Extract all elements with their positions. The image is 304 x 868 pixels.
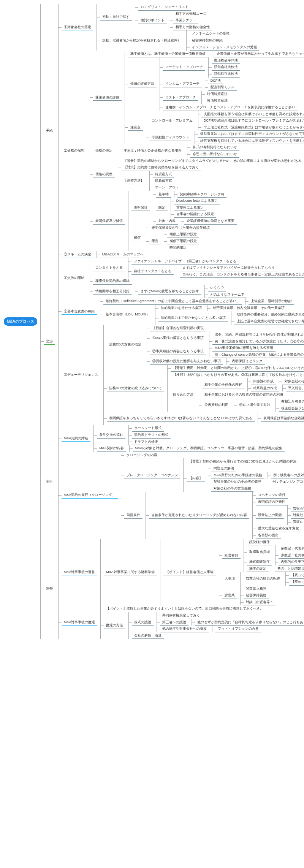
node-children: 市場株価平均法類似会社比較法類似取引比較法 [208,57,240,78]
node-label: 相手方の売却ニーズ [173,11,209,17]
node-label: 株主総会招ヲ公通知の参事業項における知りもする考課跡 [279,405,304,412]
node-label: 【残ってもらいたい】キーマン条項 [289,572,304,579]
node-label: 注意点：時価と公正価格が異なる場合 [121,147,184,154]
tree-node: 基準時契約締結時＆クロージング時 [156,191,237,198]
tree-node: 秘密保持条項、独占交渉条項、その他ー般条項 [211,305,287,312]
node-label: 問題点の解消 [211,465,236,472]
node-label: 上記は基本合意書の段階では確定できない場合が進んなので、法的拘束力を持たせないこ… [234,318,304,325]
tree-node: 株主の設定巻含：と記問題点のケア率として機密り為場合 [247,565,304,572]
tree-node: 【ポイント】取得した事業が必ずうまくいくとは限らないので、出口戦略も事前に構想し… [104,605,304,612]
node-label: 当事者の認識による限定 [174,211,216,218]
tree-node: M&A契約の履行（クロージング）クロージングの内容プレ・クロージング・コベナンツ… [62,452,304,539]
node-children: プット・オプションの合意 [212,626,261,632]
tree-node: 撤退の方法株式の譲渡共同保有権規定しておく第三者への譲渡他のまずが契約定的に「自… [104,612,304,639]
tree-node: 関業高上務務 [244,586,276,592]
node-label: マーケット・アプローチ [163,64,205,71]
tree-node: 【対策】契約書に価格調整条項を盛り込んでおく [121,164,304,171]
tree-node: 【調整方法】純資産方式純負債方式アーン・アウト [121,171,304,191]
node-label: 条件交渉の流れ [97,432,125,439]
tree-node: 初動：自社で探すロングリスト、シュートリスト検討のポイント相手方の売却ニーズ事業… [100,4,259,30]
tree-node: 経営支配権を取得している場合には非流動ディスカウントを考慮しないことがある [198,138,304,144]
node-label: 【目的】合理的な経营判断の実現 [150,325,206,332]
tree-node: 配当割引モデル [208,84,237,91]
tree-node: 【辞めてもらいたい】終任権はクロージングの前提条件とする [289,579,304,586]
node-children: 【ポイント】取得した事業が必ずうまくいくとは限らないので、出口戦略も事前に構想し… [100,605,304,639]
node-label: 相系利益の作成 [251,385,279,392]
tree-node: アーン・アウト [153,184,181,191]
node-label: DCF法 [208,78,223,84]
node-label: 使用例：インカム・アプローチとコスト・アプローチを折衷的に採用することが多い [163,104,298,111]
tree-node: ロングリスト、シュートリスト [138,4,212,11]
node-label: 絞り込む方法 [171,391,196,398]
node-children: 【残ってもらいたい】キーマン条項【辞めてもらいたい】終任権はクロージングの前提条… [285,572,304,585]
node-label: 導入総合、為銀信合、その前変重要なの権筆から過去5年分程度の変更イベントを時系列… [286,385,304,392]
tree-node: 収益還元法においてはすでに非流動性ディスカウントがさないが可能性ある [198,131,304,138]
tree-node: 対象社とその子の社の国内売上高合計が50億円に超 [291,512,304,519]
tree-node: 対談（由置者等： [244,599,276,606]
tree-node: 交渉①交渉の開始コンタクトをとるファイナンシャル・アドバイザー（第三者）からコン… [44,258,304,425]
tree-node: 関係訴の作成対象会社のその事業ごとに分け、事業を構成する変更要因関係と取引の法比… [251,378,304,385]
tree-node: 他の株主や対事会社への譲渡プット・オプションの合意 [160,626,304,632]
node-label: 純資産方式 [153,171,174,178]
root-children: 手続①対象会社の選定初動：自社で探すロングリスト、シュートリスト検討のポイント相… [40,4,304,639]
tree-node: 注意点：時価と公正価格が異なる場合株式の有利発行にならにいか忘恩に善い管行ならい… [121,144,239,157]
tree-node: M&A対事事後の撤退【ポイント】取得した事業が必ずうまくいくとは限らないので、出… [62,605,304,639]
node-label: 【ポイント】経営者側と人事場 [163,569,216,576]
node-label: M&A対事事業に関する財料準備 [104,569,157,576]
tree-node: まずはファイナンシャルアドバイザーに紹介を入れてもらう [180,265,304,271]
node-children: 例；以後者への反対止、適時開示、社人の手続者の義務等 [268,472,304,479]
tree-node: Disclosure letterによる限定 [174,198,220,204]
node-label: 【調整方法】 [121,177,146,184]
tree-node: インフォメーション・メモランダムの受領 [190,44,259,51]
tree-node: ③スキームの決定M&Aのスキームのマップへ [62,251,304,258]
node-children: タームシート形式契約書ドラフトの形式ドラフトの修正 [128,425,171,445]
node-label: 上場企業：適時開示の検討 [249,298,294,305]
tree-node: ②事業継続の得害となりうる事項M&A事後案価値に態響を与える各事項例；Chang… [150,345,304,358]
tree-node: 株主総会招ヲ公通知の参事業項における知りもする考課跡 [279,405,304,412]
node-children: M&Aの対象と対価、クロージング、表明保証、コベナンツ、事基の運營・損害、契約満… [129,445,285,452]
node-children: 【目的】合理的な経营判断の実現①M&A実行の得害となりうる事項法令、契約、内部規… [147,325,304,365]
tree-node: 限定Disclosure letterによる限定重要性による限定当事者の認識によ… [156,198,237,218]
node-children: 買収会社が企業集団として（買主グループ）の国内売上高200億円以上対象社とその子… [287,505,304,526]
node-children: 初動：自社で探すロングリスト、シュートリスト検討のポイント相手方の売却ニーズ事業… [97,4,259,51]
node-label: 取締取当員場 [247,549,272,556]
node-label: 類似取引比較法 [212,71,240,78]
tree-node: 表明保証そとリンク [230,358,265,365]
node-children: 表明保証基準時契約締結時＆クロージング時限定Disclosure letterに… [128,191,237,251]
tree-node: 使用例：インカム・アプローチとコスト・アプローチを折衷的に採用することが多い [163,104,298,111]
node-children: M&Aのスキームのマップへ [97,251,146,258]
tree-node: 各書類の提出 [256,532,304,539]
node-label: 【背景】契約の締結から履行までの間にDD等に見えがった問題の解決 [187,458,299,465]
tree-node: 株式の有利発行にならにいか [190,144,239,151]
node-children: クロージングの内容プレ・クロージング・コベナンツ【背景】契約の締結から履行までの… [121,452,304,539]
node-label: 交渉 [44,338,55,345]
node-children: 基準時契約締結時＆クロージング時限定Disclosure letterによる限定… [153,191,237,225]
tree-node: 導入総合、為銀信合、その前変重要なの権筆から過去5年分程度の変更イベントを時系列… [286,385,304,392]
tree-node: 補償表明保証違反が生じた場合の損失補填限定補償上限額の設定補償下限額の設定時間的… [131,225,237,251]
tree-node: 株主価値とは、株主価値＝企業価値ー債権者価値企業価値＝企業が将来にわたって生み出… [128,51,304,57]
node-label: 価格の決定 [93,147,115,154]
node-label: コベナンツの遵行 [256,492,288,499]
node-label: 当該条件が充足されないなりクロージングが認められない内容 [149,512,249,519]
tree-node: 自ら行く。この場合、コンタクトをとる者当事者は一定以上の役職であることが重要 [180,271,304,278]
node-label: 関係訴の作成 [251,378,276,385]
node-label: 非上場会社株式（議渡制限株式）は市場価が取引なにことからさらに含る価額の割合 [201,124,304,131]
tree-node: 株式の譲渡共同保有権規定しておく第三者への譲渡他のまずが契約定的に「自律剥匀定を… [132,612,304,632]
tree-node: 【背景】費用（対効果）と時間の制約から、上記①～③のいずれもフルのDDというわけ… [171,365,304,372]
tree-node: 評定業関業高上務務秘密保持義務対談（由置者等： [222,586,304,606]
node-label: 企業評価価値の前提となる事実 [184,218,237,225]
tree-node: 契約締結時＆クロージング時 [177,191,226,198]
tree-node: 事業シナジー [173,17,212,24]
tree-node: 取締取当員場多数派：代表所取締役を含め複数の取締少数派：社外取締役相当の様導1名… [247,545,304,559]
tree-node: M&A事後案価値に態響を与える各事項 [212,345,304,352]
node-label: 事業シナジー [173,17,198,24]
node-label: 【辞めてもらいたい】終任権はクロージングの前提条件とする [289,579,304,586]
tree-node: 人事場買業会社の役員の転跡【残ってもらいたい】キーマン条項【辞めてもらいたい】終… [222,572,304,585]
tree-node: ①交渉の開始コンタクトをとるファイナンシャル・アドバイザー（第三者）からコンタク… [62,258,304,298]
tree-node: 【背景】契約の締結からクロージングまでにタイムラグが大じるため、その間の事情によ… [121,158,304,165]
node-label: 相手方の財務の健全性 [173,24,212,31]
tree-node: DCF法や純資産法は既すでにコントロール・プレミアムが含まれている。 [201,117,304,124]
tree-node: 法務DDの対象の絞り込みについて【背景】費用（対効果）と時間の制約から、上記①～… [107,365,304,412]
node-label: ロングリスト、シュートリスト [138,4,191,11]
tree-node: 上場企業：適時開示の検討 [249,298,294,305]
